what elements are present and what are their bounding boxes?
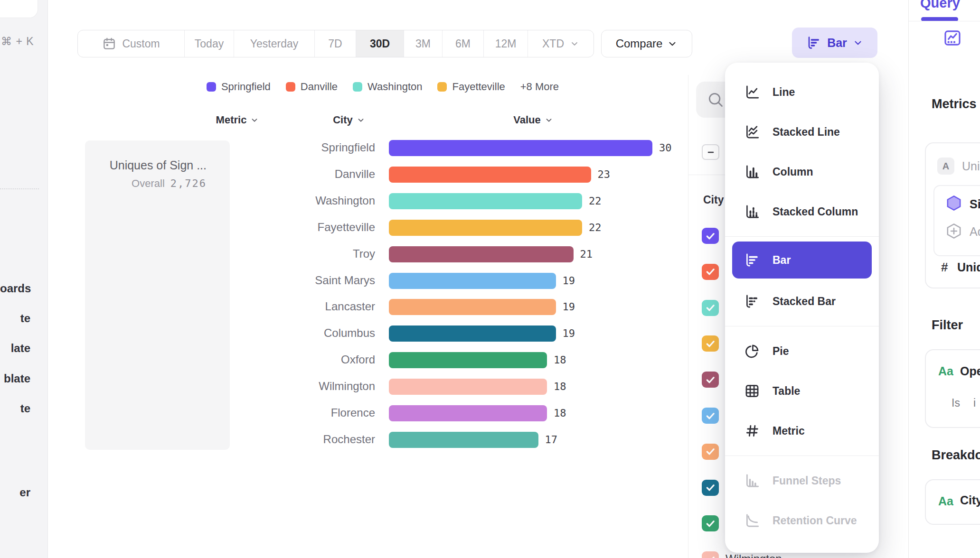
string-type-icon: Aa [938,364,953,378]
breakdown-card[interactable]: Aa City [925,479,980,525]
chart-row: Florence 18 [0,400,688,427]
event-name: Sig [970,197,980,211]
metric-query-card[interactable]: A Uniq Sig Ad # Uniqu [925,142,980,288]
menu-item-column[interactable]: Column [725,152,879,192]
range-yesterday-button[interactable]: Yesterday [234,30,314,57]
panel-divider [688,75,688,558]
filter-property: Ope [960,364,980,378]
check-icon [705,410,716,421]
legend-more-button[interactable]: +8 More [520,81,559,93]
menu-item-stacked-bar[interactable]: Stacked Bar [725,281,879,321]
pie-chart-icon [744,343,760,359]
legend-swatch [207,82,216,92]
chart-row: Rochester 17 [0,427,688,453]
menu-item-table[interactable]: Table [725,371,879,411]
city-checkbox[interactable] [702,480,719,496]
range-6m-button[interactable]: 6M [442,30,483,57]
city-checkbox[interactable] [702,228,719,244]
select-all-checkbox[interactable] [702,144,719,160]
filter-card[interactable]: Aa Ope Is i [925,349,980,428]
chevron-down-icon [570,39,579,48]
bar[interactable] [389,273,556,289]
chart-row: Wilmington 18 [0,373,688,400]
city-checkbox[interactable] [702,300,719,316]
insights-icon[interactable] [943,28,962,47]
city-column-header[interactable]: City [316,114,382,126]
bar[interactable] [389,140,652,156]
legend-label: Fayetteville [452,81,505,93]
range-today-button[interactable]: Today [184,30,234,57]
sidebar-item-fragment[interactable]: er [0,486,30,499]
city-checkbox-row [702,300,719,316]
filter-operator[interactable]: Is [952,397,960,409]
check-icon [705,302,716,313]
bar[interactable] [389,405,547,421]
city-checkbox[interactable] [702,264,719,280]
string-type-icon: Aa [938,494,953,508]
chart-row: Danville 23 [0,161,688,188]
menu-item-metric[interactable]: Metric [725,411,879,451]
city-checkbox[interactable] [702,551,719,558]
city-label: Florence [199,406,375,419]
check-icon [705,446,716,457]
legend-item[interactable]: Danville [286,81,338,93]
menu-item-line[interactable]: Line [725,72,879,112]
range-3m-button[interactable]: 3M [404,30,442,57]
city-checkbox[interactable] [702,515,719,531]
chevron-down-icon [250,116,259,124]
hash-icon [744,423,760,439]
city-checkbox[interactable] [702,372,719,388]
chevron-down-icon [545,116,553,124]
legend-item[interactable]: Fayetteville [437,81,505,93]
bar[interactable] [389,193,582,209]
bar-value: 18 [554,381,566,392]
bar[interactable] [389,379,547,395]
series-letter-chip: A [937,158,954,175]
bar[interactable] [389,220,582,236]
menu-item-stacked-column[interactable]: Stacked Column [725,192,879,232]
compare-button[interactable]: Compare [601,30,692,57]
city-checkbox[interactable] [702,335,719,352]
range-12m-button[interactable]: 12M [483,30,528,57]
bar-value: 18 [554,354,566,366]
city-checkbox[interactable] [702,444,719,460]
range-30d-button[interactable]: 30D [356,30,404,57]
legend-swatch [286,82,295,92]
bar[interactable] [389,299,556,315]
event-picker-card[interactable]: Sig Ad [933,185,980,256]
chart-type-button[interactable]: Bar [792,28,877,58]
stacked-bar-chart-icon [744,293,760,309]
retention-curve-icon [744,512,760,529]
value-column-header[interactable]: Value [500,114,566,126]
range-xtd-button[interactable]: XTD [528,30,594,57]
city-checkbox-row [702,335,719,352]
event-hexagon-icon [945,194,963,212]
metric-column-header[interactable]: Metric [204,114,271,126]
stacked-column-chart-icon [744,204,760,220]
menu-item-stacked-line[interactable]: Stacked Line [725,112,879,152]
city-checkbox[interactable] [702,408,719,424]
bar[interactable] [389,326,556,342]
range-xtd-label: XTD [542,37,564,50]
legend-items: Springfield Danville Washington Fayettev… [207,81,505,93]
chart-type-menu: Line Stacked Line Column Stacked Column … [725,63,879,553]
add-event-icon[interactable] [945,222,963,240]
bar[interactable] [389,167,591,183]
legend-item[interactable]: Washington [353,81,422,93]
bar-chart-icon [744,252,760,268]
bar[interactable] [389,246,574,262]
bar[interactable] [389,352,547,368]
legend-item[interactable]: Springfield [207,81,271,93]
city-list-header: City [703,194,724,206]
measurement-label[interactable]: Uniqu [957,260,980,274]
compare-label: Compare [616,37,663,50]
bar[interactable] [389,432,538,448]
bar-value: 23 [598,168,611,180]
filter-value[interactable]: i [973,397,976,409]
check-icon [705,518,716,529]
menu-item-bar[interactable]: Bar [732,242,872,279]
range-custom-button[interactable]: Custom [78,30,184,57]
range-7d-button[interactable]: 7D [314,30,356,57]
menu-item-pie[interactable]: Pie [725,331,879,371]
tab-query[interactable]: Query [920,0,960,11]
